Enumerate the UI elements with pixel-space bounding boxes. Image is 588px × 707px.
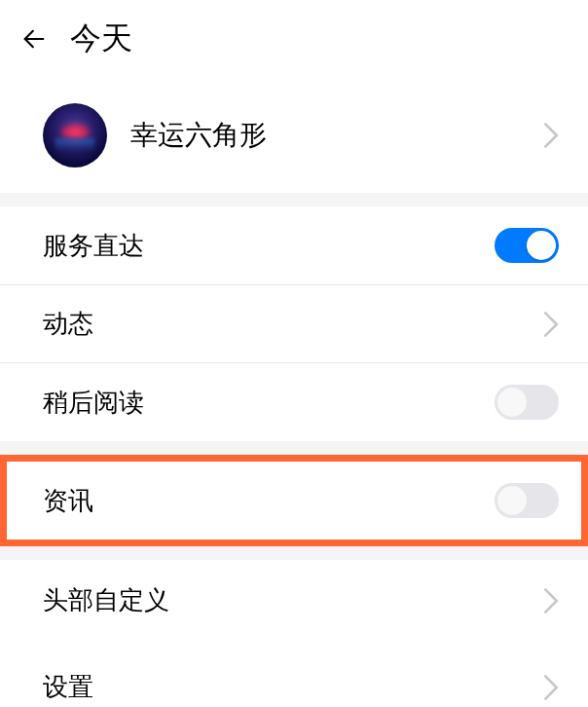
service-direct-row[interactable]: 服务直达 [0, 206, 588, 285]
read-later-label: 稍后阅读 [43, 386, 495, 420]
header-custom-row[interactable]: 头部自定义 [0, 560, 588, 641]
profile-name: 幸运六角形 [130, 117, 520, 154]
read-later-row[interactable]: 稍后阅读 [0, 363, 588, 441]
chevron-right-icon [543, 675, 559, 700]
back-icon[interactable] [19, 24, 49, 54]
news-row[interactable]: 资讯 [7, 462, 581, 540]
read-later-toggle[interactable] [495, 385, 559, 420]
header: 今天 [0, 0, 588, 84]
page-title: 今天 [70, 18, 132, 60]
dynamic-label: 动态 [43, 307, 543, 341]
news-toggle[interactable] [495, 483, 559, 518]
service-direct-label: 服务直达 [43, 229, 495, 263]
settings-label: 设置 [43, 670, 543, 704]
settings-row[interactable]: 设置 [0, 641, 588, 707]
avatar [43, 103, 107, 167]
news-highlight: 资讯 [0, 455, 588, 546]
chevron-right-icon [543, 312, 559, 337]
dynamic-row[interactable]: 动态 [0, 285, 588, 363]
settings-section: 头部自定义 设置 [0, 560, 588, 707]
profile-row[interactable]: 幸运六角形 [0, 84, 588, 193]
chevron-right-icon [543, 123, 559, 148]
profile-section: 幸运六角形 [0, 84, 588, 193]
news-label: 资讯 [43, 484, 495, 518]
header-custom-label: 头部自定义 [43, 583, 543, 617]
chevron-right-icon [543, 588, 559, 614]
service-direct-toggle[interactable] [495, 228, 559, 263]
toggles-section: 服务直达 动态 稍后阅读 [0, 206, 588, 441]
